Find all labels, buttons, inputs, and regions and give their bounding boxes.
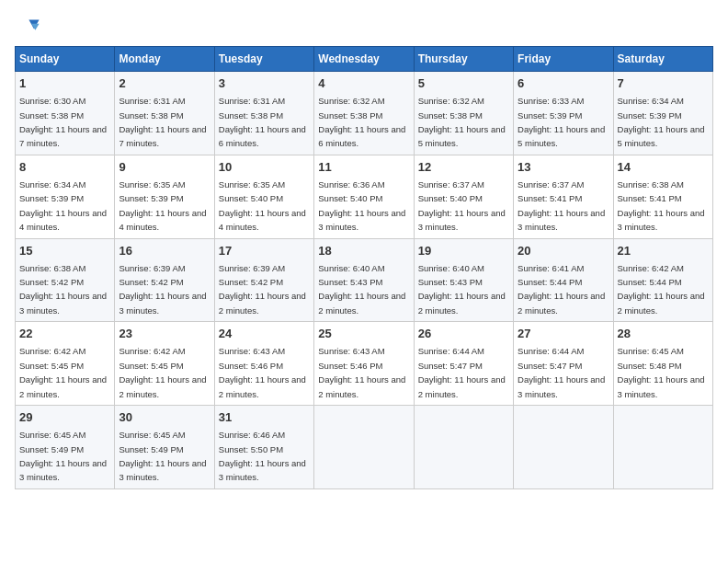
day-number: 17: [219, 243, 310, 259]
day-info: Sunrise: 6:31 AMSunset: 5:38 PMDaylight:…: [219, 96, 306, 148]
header-cell-monday: Monday: [115, 47, 214, 72]
week-row-1: 1 Sunrise: 6:30 AMSunset: 5:38 PMDayligh…: [16, 72, 713, 155]
day-number: 18: [318, 243, 409, 259]
day-info: Sunrise: 6:37 AMSunset: 5:41 PMDaylight:…: [518, 179, 605, 232]
header-cell-sunday: Sunday: [16, 47, 115, 72]
calendar-table: SundayMondayTuesdayWednesdayThursdayFrid…: [15, 46, 713, 489]
day-number: 16: [119, 243, 210, 259]
day-number: 12: [418, 159, 509, 176]
day-number: 15: [19, 243, 110, 259]
calendar-cell: [613, 406, 712, 489]
day-number: 10: [219, 159, 310, 176]
day-number: 8: [19, 159, 110, 176]
logo-icon: [15, 15, 40, 40]
day-number: 23: [119, 326, 210, 342]
calendar-cell: 4 Sunrise: 6:32 AMSunset: 5:38 PMDayligh…: [314, 72, 414, 155]
calendar-cell: 26 Sunrise: 6:44 AMSunset: 5:47 PMDaylig…: [414, 322, 513, 406]
calendar-cell: 19 Sunrise: 6:40 AMSunset: 5:43 PMDaylig…: [414, 238, 513, 322]
day-info: Sunrise: 6:45 AMSunset: 5:48 PMDaylight:…: [618, 346, 705, 398]
header-cell-wednesday: Wednesday: [314, 47, 414, 72]
day-info: Sunrise: 6:41 AMSunset: 5:44 PMDaylight:…: [518, 263, 605, 316]
day-info: Sunrise: 6:31 AMSunset: 5:38 PMDaylight:…: [119, 96, 206, 148]
day-number: 20: [518, 243, 609, 259]
calendar-cell: 14 Sunrise: 6:38 AMSunset: 5:41 PMDaylig…: [613, 155, 712, 238]
calendar-cell: 6 Sunrise: 6:33 AMSunset: 5:39 PMDayligh…: [514, 72, 613, 155]
day-number: 22: [19, 326, 110, 342]
calendar-cell: 18 Sunrise: 6:40 AMSunset: 5:43 PMDaylig…: [314, 238, 414, 322]
day-info: Sunrise: 6:35 AMSunset: 5:39 PMDaylight:…: [119, 179, 206, 232]
calendar-cell: 16 Sunrise: 6:39 AMSunset: 5:42 PMDaylig…: [115, 238, 214, 322]
header: [15, 15, 713, 40]
day-number: 4: [318, 75, 409, 92]
header-cell-thursday: Thursday: [414, 47, 513, 72]
week-row-2: 8 Sunrise: 6:34 AMSunset: 5:39 PMDayligh…: [16, 155, 713, 238]
day-info: Sunrise: 6:40 AMSunset: 5:43 PMDaylight:…: [318, 263, 405, 316]
day-info: Sunrise: 6:32 AMSunset: 5:38 PMDaylight:…: [418, 96, 506, 148]
calendar-cell: 25 Sunrise: 6:43 AMSunset: 5:46 PMDaylig…: [314, 322, 414, 406]
day-number: 25: [318, 326, 409, 342]
day-number: 5: [418, 75, 509, 92]
calendar-cell: [314, 406, 414, 489]
day-info: Sunrise: 6:43 AMSunset: 5:46 PMDaylight:…: [318, 346, 405, 398]
day-number: 27: [518, 326, 609, 342]
calendar-cell: 24 Sunrise: 6:43 AMSunset: 5:46 PMDaylig…: [214, 322, 313, 406]
logo: [15, 15, 44, 40]
day-number: 1: [19, 75, 110, 92]
day-info: Sunrise: 6:36 AMSunset: 5:40 PMDaylight:…: [318, 179, 405, 232]
day-number: 21: [618, 243, 709, 259]
day-info: Sunrise: 6:35 AMSunset: 5:40 PMDaylight:…: [219, 179, 306, 232]
day-info: Sunrise: 6:43 AMSunset: 5:46 PMDaylight:…: [219, 346, 306, 398]
day-number: 19: [418, 243, 509, 259]
day-number: 31: [219, 409, 310, 426]
week-row-3: 15 Sunrise: 6:38 AMSunset: 5:42 PMDaylig…: [16, 238, 713, 322]
calendar-cell: 17 Sunrise: 6:39 AMSunset: 5:42 PMDaylig…: [214, 238, 313, 322]
day-number: 6: [518, 75, 609, 92]
calendar-cell: 5 Sunrise: 6:32 AMSunset: 5:38 PMDayligh…: [414, 72, 513, 155]
day-number: 2: [119, 75, 210, 92]
day-info: Sunrise: 6:46 AMSunset: 5:50 PMDaylight:…: [219, 430, 306, 482]
day-info: Sunrise: 6:38 AMSunset: 5:41 PMDaylight:…: [618, 179, 705, 232]
day-number: 3: [219, 75, 310, 92]
calendar-cell: 27 Sunrise: 6:44 AMSunset: 5:47 PMDaylig…: [514, 322, 613, 406]
day-number: 7: [618, 75, 709, 92]
calendar-cell: 31 Sunrise: 6:46 AMSunset: 5:50 PMDaylig…: [214, 406, 313, 489]
calendar-cell: 21 Sunrise: 6:42 AMSunset: 5:44 PMDaylig…: [613, 238, 712, 322]
week-row-4: 22 Sunrise: 6:42 AMSunset: 5:45 PMDaylig…: [16, 322, 713, 406]
calendar-cell: 30 Sunrise: 6:45 AMSunset: 5:49 PMDaylig…: [115, 406, 214, 489]
header-cell-tuesday: Tuesday: [214, 47, 313, 72]
page-container: SundayMondayTuesdayWednesdayThursdayFrid…: [15, 15, 713, 489]
day-info: Sunrise: 6:34 AMSunset: 5:39 PMDaylight:…: [618, 96, 705, 148]
day-info: Sunrise: 6:39 AMSunset: 5:42 PMDaylight:…: [219, 263, 306, 316]
header-cell-saturday: Saturday: [613, 47, 712, 72]
day-info: Sunrise: 6:45 AMSunset: 5:49 PMDaylight:…: [119, 430, 206, 482]
day-info: Sunrise: 6:42 AMSunset: 5:45 PMDaylight:…: [19, 346, 107, 398]
day-number: 29: [19, 409, 110, 426]
calendar-cell: 28 Sunrise: 6:45 AMSunset: 5:48 PMDaylig…: [613, 322, 712, 406]
day-info: Sunrise: 6:33 AMSunset: 5:39 PMDaylight:…: [518, 96, 605, 148]
calendar-cell: 20 Sunrise: 6:41 AMSunset: 5:44 PMDaylig…: [514, 238, 613, 322]
calendar-body: 1 Sunrise: 6:30 AMSunset: 5:38 PMDayligh…: [16, 72, 713, 489]
calendar-cell: 13 Sunrise: 6:37 AMSunset: 5:41 PMDaylig…: [514, 155, 613, 238]
calendar-cell: 10 Sunrise: 6:35 AMSunset: 5:40 PMDaylig…: [214, 155, 313, 238]
day-info: Sunrise: 6:39 AMSunset: 5:42 PMDaylight:…: [119, 263, 206, 316]
calendar-cell: 22 Sunrise: 6:42 AMSunset: 5:45 PMDaylig…: [16, 322, 115, 406]
calendar-cell: 11 Sunrise: 6:36 AMSunset: 5:40 PMDaylig…: [314, 155, 414, 238]
day-info: Sunrise: 6:40 AMSunset: 5:43 PMDaylight:…: [418, 263, 506, 316]
calendar-cell: 7 Sunrise: 6:34 AMSunset: 5:39 PMDayligh…: [613, 72, 712, 155]
day-info: Sunrise: 6:42 AMSunset: 5:44 PMDaylight:…: [618, 263, 705, 316]
day-info: Sunrise: 6:38 AMSunset: 5:42 PMDaylight:…: [19, 263, 107, 316]
calendar-cell: 12 Sunrise: 6:37 AMSunset: 5:40 PMDaylig…: [414, 155, 513, 238]
day-info: Sunrise: 6:44 AMSunset: 5:47 PMDaylight:…: [418, 346, 506, 398]
calendar-cell: 15 Sunrise: 6:38 AMSunset: 5:42 PMDaylig…: [16, 238, 115, 322]
calendar-cell: 9 Sunrise: 6:35 AMSunset: 5:39 PMDayligh…: [115, 155, 214, 238]
day-number: 9: [119, 159, 210, 176]
day-number: 11: [318, 159, 409, 176]
calendar-cell: 1 Sunrise: 6:30 AMSunset: 5:38 PMDayligh…: [16, 72, 115, 155]
header-cell-friday: Friday: [514, 47, 613, 72]
day-number: 26: [418, 326, 509, 342]
calendar-cell: 29 Sunrise: 6:45 AMSunset: 5:49 PMDaylig…: [16, 406, 115, 489]
svg-marker-1: [31, 24, 39, 30]
day-number: 13: [518, 159, 609, 176]
day-info: Sunrise: 6:30 AMSunset: 5:38 PMDaylight:…: [19, 96, 107, 148]
week-row-5: 29 Sunrise: 6:45 AMSunset: 5:49 PMDaylig…: [16, 406, 713, 489]
